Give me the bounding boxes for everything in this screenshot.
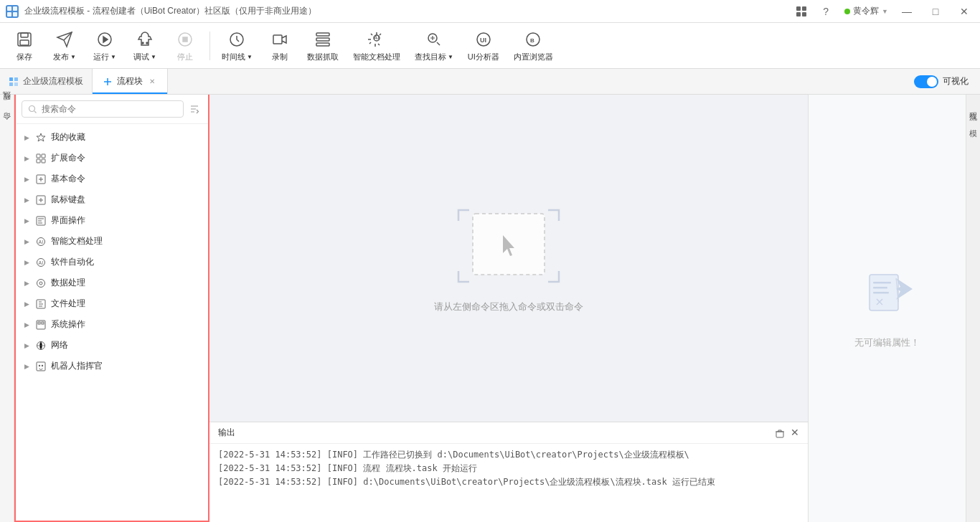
timeline-button[interactable]: 时间线 ▼ [216,26,258,66]
extensions-icon [35,153,47,164]
separator-1 [209,32,210,60]
cmd-group-label-file: 文件处理 [51,298,199,310]
cmd-group-header-mouse[interactable]: ▶ 鼠标键盘 [16,189,208,210]
record-button[interactable]: 录制 [261,26,298,66]
svg-text:B: B [530,37,534,44]
save-button[interactable]: 保存 [6,26,43,66]
right-vtab: 流程 模 [966,95,980,522]
output-clear-button[interactable] [775,427,785,438]
cmd-group-header-data[interactable]: ▶ 数据处理 [16,272,208,293]
breadcrumb-text: 企业级流程模板 [23,75,83,87]
visualize-toggle[interactable] [914,75,938,88]
arrow-icon: ▶ [24,238,29,245]
props-empty-icon [859,267,916,325]
vtab-right-2[interactable]: 模 [966,118,980,129]
svg-rect-58 [873,282,891,284]
basic-icon [35,174,47,185]
vtab-cmd[interactable]: 命 [0,120,14,132]
svg-marker-12 [103,37,108,42]
cmd-group-header-network[interactable]: ▶ 网络 [16,335,208,356]
datapick-icon [313,29,333,49]
cmd-group-robot: ▶ 机器人指挥官 [16,356,208,376]
search-input-wrap[interactable] [22,100,184,118]
smartdoc-icon: AI [367,29,387,49]
props-empty-state: 无可编辑属性！ [854,267,920,349]
svg-rect-10 [20,40,29,45]
user-status-dot [844,9,850,14]
cmd-group-header-smartdoc[interactable]: ▶ AI 智能文档处理 [16,231,208,252]
cmd-group-label-favorites: 我的收藏 [51,131,199,143]
cmd-group-label-mouse: 鼠标键盘 [51,194,199,206]
network-icon [35,340,47,351]
uianalyzer-button[interactable]: UI UI分析器 [462,26,505,66]
svg-rect-49 [38,322,40,324]
svg-rect-32 [14,82,18,86]
help-button[interactable]: ? [816,4,836,19]
cmd-group-label-network: 网络 [51,339,199,351]
search-icon [28,105,37,114]
svg-point-13 [142,42,143,44]
app-logo [6,5,19,18]
search-input[interactable] [42,104,177,114]
log-line-3: [2022-5-31 14:53:52] [INFO] d:\Documents… [218,475,799,489]
datapick-button[interactable]: 数据抓取 [301,26,344,66]
grid-icon[interactable] [796,6,807,17]
maximize-button[interactable]: □ [925,4,946,19]
canvas-main[interactable]: 请从左侧命令区拖入命令或双击命令 [209,95,808,422]
cmd-group-header-robot[interactable]: ▶ 机器人指挥官 [16,356,208,376]
svg-rect-29 [9,77,13,81]
record-label: 录制 [272,52,288,62]
tab-process[interactable]: 流程块 ✕ [93,69,168,94]
cmd-group-header-basic[interactable]: ▶ 基本命令 [16,169,208,189]
publish-button[interactable]: 发布 ▼ [46,26,83,66]
arrow-icon: ▶ [24,217,29,224]
tab-close-button[interactable]: ✕ [147,77,157,86]
output-header: 输出 ✕ [209,422,808,444]
save-label: 保存 [17,52,32,62]
cmd-group-mouse: ▶ 鼠标键盘 [16,189,208,210]
cmd-group-header-favorites[interactable]: ▶ 我的收藏 [16,127,208,148]
username: 黄令辉 [853,5,879,17]
svg-rect-7 [802,12,806,16]
findtarget-button[interactable]: 查找目标 ▼ [409,26,459,66]
smartdoc-button[interactable]: AI 智能文档处理 [347,26,406,66]
stop-button[interactable]: 停止 [166,26,204,66]
debug-button[interactable]: 调试 ▼ [126,26,164,66]
cmd-group-label-robot: 机器人指挥官 [51,360,199,372]
svg-rect-19 [316,33,329,36]
panel-fold-button[interactable] [187,101,202,117]
canvas-decoration [451,203,566,289]
arrow-icon: ▶ [24,155,29,162]
command-panel: ▶ 我的收藏 ▶ 扩展命令 + 获取命令 [14,95,209,522]
cmd-group-header-extensions[interactable]: ▶ 扩展命令 + 获取命令 [16,148,208,169]
search-bar [16,95,208,124]
svg-point-14 [146,42,148,44]
visualize-toggle-area: 可视化 [903,69,980,94]
browser-button[interactable]: B 内置浏览器 [508,26,559,66]
svg-point-46 [39,282,42,285]
output-actions: ✕ [775,427,799,438]
svg-rect-37 [42,159,45,163]
title-bar-right: ? 黄令辉 ▼ — □ ✕ [796,4,974,19]
cmd-group-header-ui[interactable]: ▶ 界面操作 [16,210,208,231]
minimize-button[interactable]: — [897,4,917,19]
run-button[interactable]: 运行 ▼ [86,26,123,66]
svg-point-54 [42,364,43,366]
cmd-group-header-softauto[interactable]: ▶ AI 软件自动化 [16,252,208,272]
output-close-button[interactable]: ✕ [791,427,799,438]
close-button[interactable]: ✕ [954,4,974,19]
svg-rect-18 [273,35,282,44]
debug-label: 调试 ▼ [133,52,156,62]
cmd-group-header-system[interactable]: ▶ 系统操作 [16,314,208,335]
cmd-group-data: ▶ 数据处理 [16,272,208,293]
user-info[interactable]: 黄令辉 ▼ [844,5,888,17]
softauto-icon: AI [35,257,47,268]
cmd-group-label-softauto: 软件自动化 [51,256,199,268]
vtab-flow[interactable]: 流程 [0,100,14,112]
output-content: [2022-5-31 14:53:52] [INFO] 工作路径已切换到 d:\… [209,444,808,522]
title-bar: 企业级流程模板 - 流程创建者（UiBot Creator）社区版（仅用于非商业… [0,0,980,23]
drop-area-container [451,203,566,289]
datapick-label: 数据抓取 [307,52,339,62]
vtab-right-1[interactable]: 流程 [966,100,980,112]
cmd-group-header-file[interactable]: ▶ 文件处理 [16,293,208,314]
